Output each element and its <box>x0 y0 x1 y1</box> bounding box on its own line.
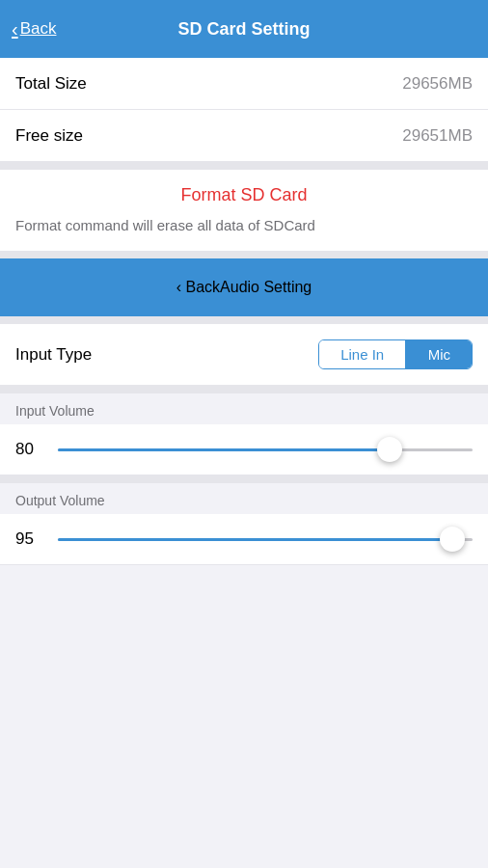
seg-mic-button[interactable]: Mic <box>407 340 472 368</box>
seg-linein-button[interactable]: Line In <box>319 340 405 368</box>
total-size-label: Total Size <box>15 74 87 94</box>
input-volume-row: 80 <box>0 424 488 475</box>
input-volume-header: Input Volume <box>0 393 488 424</box>
audio-nav-title: Audio Setting <box>220 279 312 296</box>
divider-2 <box>0 251 488 258</box>
free-size-value: 29651MB <box>402 126 473 146</box>
output-volume-header: Output Volume <box>0 483 488 514</box>
input-volume-label: Input Volume <box>15 403 95 419</box>
sdcard-nav-bar: ‹ Back SD Card Setting <box>0 0 488 58</box>
output-volume-label: Output Volume <box>15 493 105 508</box>
format-description-text: Format command will erase all data of SD… <box>15 217 315 233</box>
divider-4 <box>0 386 488 393</box>
audio-back-label: Back <box>186 279 221 295</box>
free-size-label: Free size <box>15 126 83 146</box>
sdcard-back-label: Back <box>20 19 57 39</box>
input-type-segmented-control[interactable]: Line In Mic <box>318 339 473 369</box>
input-volume-slider-container <box>58 436 473 463</box>
output-volume-value: 95 <box>15 529 44 549</box>
input-volume-value: 80 <box>15 440 44 459</box>
output-volume-slider-container <box>58 526 473 553</box>
output-volume-row: 95 <box>0 514 488 565</box>
divider-1 <box>0 162 488 170</box>
divider-3 <box>0 316 488 324</box>
free-size-row: Free size 29651MB <box>0 110 488 162</box>
audio-nav-bar: ‹ Back Audio Setting <box>0 258 488 316</box>
sdcard-nav-title: SD Card Setting <box>177 19 310 40</box>
divider-5 <box>0 475 488 483</box>
input-type-label: Input Type <box>15 345 92 365</box>
input-type-row: Input Type Line In Mic <box>0 324 488 386</box>
sdcard-back-button[interactable]: ‹ Back <box>12 18 56 41</box>
format-section: Format SD Card Format command will erase… <box>0 170 488 251</box>
audio-back-button[interactable]: ‹ Back <box>176 279 220 296</box>
format-sdcard-button[interactable]: Format SD Card <box>15 185 473 205</box>
audio-back-chevron-icon: ‹ <box>176 279 181 295</box>
back-chevron-icon: ‹ <box>12 18 18 41</box>
total-size-row: Total Size 29656MB <box>0 58 488 110</box>
total-size-value: 29656MB <box>402 74 473 94</box>
